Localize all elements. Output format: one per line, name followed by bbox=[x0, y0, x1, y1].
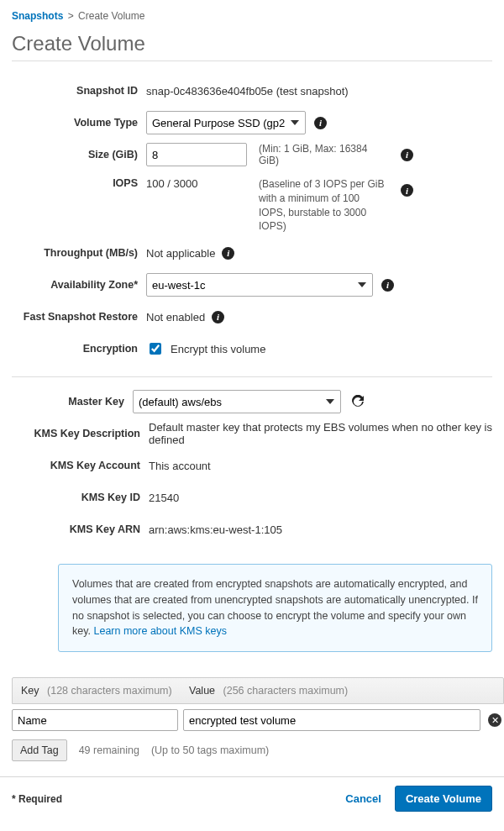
tag-value-input[interactable] bbox=[183, 709, 480, 731]
snapshot-id-value: snap-0c483636e404fb05e (test snapshot) bbox=[146, 85, 349, 97]
section-divider bbox=[12, 376, 492, 377]
tags-header-key: Key bbox=[21, 685, 39, 697]
kms-id-value: 21540 bbox=[149, 492, 179, 504]
tags-header-value-max: (256 characters maximum) bbox=[223, 685, 349, 697]
iops-hint: (Baseline of 3 IOPS per GiB with a minim… bbox=[259, 177, 393, 234]
tag-key-input[interactable] bbox=[12, 709, 178, 731]
tags-remaining: 49 remaining bbox=[79, 744, 139, 756]
cancel-button[interactable]: Cancel bbox=[340, 792, 386, 806]
info-icon[interactable] bbox=[381, 279, 394, 292]
size-hint: (Min: 1 GiB, Max: 16384 GiB) bbox=[259, 143, 393, 166]
volume-type-label: Volume Type bbox=[12, 117, 146, 129]
iops-label: IOPS bbox=[12, 177, 146, 189]
masterkey-label: Master Key bbox=[12, 396, 133, 408]
info-icon[interactable] bbox=[222, 247, 234, 260]
kms-id-label: KMS Key ID bbox=[12, 492, 149, 503]
az-label: Availability Zone* bbox=[12, 279, 146, 291]
size-input[interactable] bbox=[146, 143, 247, 166]
add-tag-button[interactable]: Add Tag bbox=[12, 739, 67, 761]
breadcrumb-snapshots-link[interactable]: Snapshots bbox=[12, 10, 63, 22]
breadcrumb: Snapshots > Create Volume bbox=[12, 10, 492, 22]
snapshot-id-label: Snapshot ID bbox=[12, 85, 146, 97]
tag-row bbox=[12, 704, 504, 731]
throughput-label: Throughput (MB/s) bbox=[12, 247, 146, 259]
fsr-value: Not enabled bbox=[146, 311, 205, 323]
delete-tag-icon[interactable] bbox=[488, 713, 501, 727]
refresh-icon[interactable] bbox=[351, 395, 365, 408]
kms-arn-value: arn:aws:kms:eu-west-1:105 bbox=[149, 523, 282, 536]
required-note: * Required bbox=[12, 793, 62, 805]
learn-more-kms-link[interactable]: Learn more about KMS keys bbox=[93, 625, 226, 637]
info-icon[interactable] bbox=[401, 184, 413, 197]
breadcrumb-current: Create Volume bbox=[78, 10, 144, 22]
kms-arn-label: KMS Key ARN bbox=[12, 523, 149, 535]
encrypt-checkbox[interactable] bbox=[150, 343, 161, 355]
kms-desc-label: KMS Key Description bbox=[12, 428, 149, 439]
iops-value: 100 / 3000 bbox=[146, 177, 259, 190]
kms-desc-value: Default master key that protects my EBS … bbox=[149, 421, 492, 446]
encrypt-checkbox-label: Encrypt this volume bbox=[171, 343, 265, 355]
tags-header-value: Value bbox=[189, 685, 215, 697]
throughput-value: Not applicable bbox=[146, 247, 215, 260]
info-icon[interactable] bbox=[401, 149, 413, 161]
size-label: Size (GiB) bbox=[12, 149, 146, 160]
availability-zone-select[interactable]: eu-west-1c bbox=[146, 273, 373, 297]
create-volume-button[interactable]: Create Volume bbox=[395, 786, 492, 812]
encryption-notice: Volumes that are created from encrypted … bbox=[58, 564, 492, 652]
tags-header: Key (128 characters maximum) Value (256 … bbox=[12, 677, 504, 704]
encryption-label: Encryption bbox=[12, 343, 146, 355]
masterkey-select[interactable]: (default) aws/ebs bbox=[133, 390, 341, 413]
tags-header-key-max: (128 characters maximum) bbox=[47, 685, 172, 697]
info-icon[interactable] bbox=[314, 117, 327, 129]
info-icon[interactable] bbox=[212, 311, 224, 323]
kms-account-value: This account bbox=[149, 460, 211, 472]
volume-type-select[interactable]: General Purpose SSD (gp2) bbox=[146, 111, 306, 134]
page-title: Create Volume bbox=[12, 32, 492, 61]
kms-account-label: KMS Key Account bbox=[12, 460, 149, 471]
breadcrumb-separator: > bbox=[68, 10, 74, 22]
fsr-label: Fast Snapshot Restore bbox=[12, 311, 146, 323]
tags-max-hint: (Up to 50 tags maximum) bbox=[151, 744, 269, 756]
